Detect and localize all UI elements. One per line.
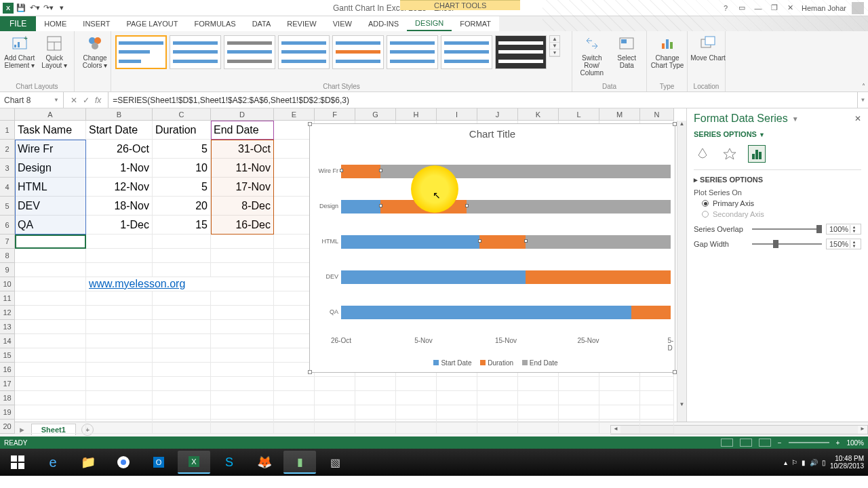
cell[interactable] [274,159,315,178]
row-header[interactable]: 19 [0,405,15,420]
cell[interactable]: 1-Nov [86,159,153,178]
page-break-view-icon[interactable] [759,439,771,447]
cell[interactable] [477,391,518,405]
cell[interactable]: 5 [153,140,211,159]
row-header[interactable]: 2 [0,140,15,159]
cell[interactable] [153,420,211,434]
col-header-F[interactable]: F [315,108,355,121]
fx-icon[interactable]: fx [95,96,101,105]
name-box[interactable]: Chart 8▼ [0,92,64,108]
chart-plot-area[interactable]: Wire FrDesignHTMLDEVQA [341,158,671,334]
cell[interactable] [211,420,274,434]
formula-expand-icon[interactable]: ▼ [857,92,868,108]
cell[interactable] [274,306,315,320]
cell[interactable] [396,420,437,434]
tray-volume-icon[interactable]: 🔊 [810,459,818,466]
tab-insert[interactable]: INSERT [75,16,118,31]
cell[interactable] [518,391,559,405]
cell[interactable] [315,391,355,405]
cell[interactable] [518,377,559,391]
cell[interactable] [15,306,86,320]
cell[interactable] [15,405,86,420]
cell[interactable] [437,391,477,405]
cell[interactable] [599,391,640,405]
cell[interactable]: 18-Nov [86,197,153,216]
cell[interactable] [211,348,274,363]
cell[interactable] [355,377,396,391]
select-data-button[interactable]: Select Data [610,33,644,69]
cell[interactable] [274,197,315,216]
col-header-D[interactable]: D [211,108,274,121]
cell[interactable] [153,348,211,363]
cell[interactable] [437,377,477,391]
tab-data[interactable]: DATA [244,16,279,31]
cell[interactable] [86,348,153,363]
chart-style-5[interactable] [332,35,384,69]
hyperlink[interactable]: www.myelesson.org [86,277,274,291]
cell[interactable] [153,391,211,405]
cell[interactable] [315,377,355,391]
qat-customize-icon[interactable]: ▾ [56,2,68,14]
cell[interactable] [315,405,355,420]
cell[interactable] [599,420,640,434]
cell[interactable] [274,391,315,405]
chart-style-4[interactable] [278,35,330,69]
cell[interactable] [640,391,674,405]
cell[interactable] [640,420,674,434]
add-chart-element-button[interactable]: + Add Chart Element ▾ [3,33,37,69]
cell[interactable] [153,291,211,306]
chart-style-2[interactable] [170,35,221,69]
chart-style-3[interactable] [224,35,275,69]
chart-bar[interactable] [341,165,671,178]
series-overlap-slider[interactable] [752,228,822,230]
col-header-L[interactable]: L [559,108,599,121]
taskbar-app1[interactable]: ▮ [283,451,316,474]
cell[interactable] [15,291,86,306]
cell[interactable]: 20 [153,197,211,216]
chart-handle[interactable] [308,370,312,374]
cell[interactable] [518,405,559,420]
cell[interactable] [15,320,86,334]
cell[interactable] [153,334,211,348]
cell[interactable] [559,391,599,405]
series-overlap-input[interactable]: 100%▲▼ [826,224,861,235]
taskbar-chrome[interactable] [107,451,140,474]
cell[interactable]: Wire Fr [15,140,86,159]
cell[interactable] [211,334,274,348]
cell[interactable] [153,320,211,334]
cell[interactable] [518,420,559,434]
cell[interactable]: 12-Nov [86,178,153,197]
fill-line-icon[interactable] [694,145,711,163]
cell[interactable] [15,249,86,263]
cell[interactable] [86,363,153,377]
cell[interactable] [355,391,396,405]
cell[interactable] [153,249,211,263]
collapse-ribbon-icon[interactable]: ˄ [862,83,865,90]
row-header[interactable]: 16 [0,363,15,377]
cell[interactable] [559,420,599,434]
zoom-level[interactable]: 100% [846,439,864,447]
taskbar-outlook[interactable]: O [142,451,175,474]
cell[interactable] [315,420,355,434]
cell[interactable] [559,405,599,420]
cell[interactable] [437,405,477,420]
col-header-K[interactable]: K [518,108,559,121]
gap-width-slider[interactable] [752,243,822,245]
format-pane-close-icon[interactable]: ✕ [854,114,861,123]
row-header[interactable]: 3 [0,159,15,178]
cell[interactable] [274,291,315,306]
taskbar-explorer[interactable]: 📁 [72,451,104,474]
cell[interactable]: 15 [153,216,211,235]
cancel-formula-icon[interactable]: ✕ [71,96,77,105]
page-layout-view-icon[interactable] [740,439,752,447]
cell[interactable] [274,277,315,291]
chart-bar[interactable] [341,200,671,214]
chart-style-8[interactable] [495,35,547,69]
cell[interactable] [86,235,153,249]
cell[interactable] [274,320,315,334]
col-header-A[interactable]: A [15,108,86,121]
chart-bar[interactable] [341,270,671,284]
save-icon[interactable]: 💾 [15,2,27,14]
cell[interactable] [274,334,315,348]
cell[interactable] [86,320,153,334]
